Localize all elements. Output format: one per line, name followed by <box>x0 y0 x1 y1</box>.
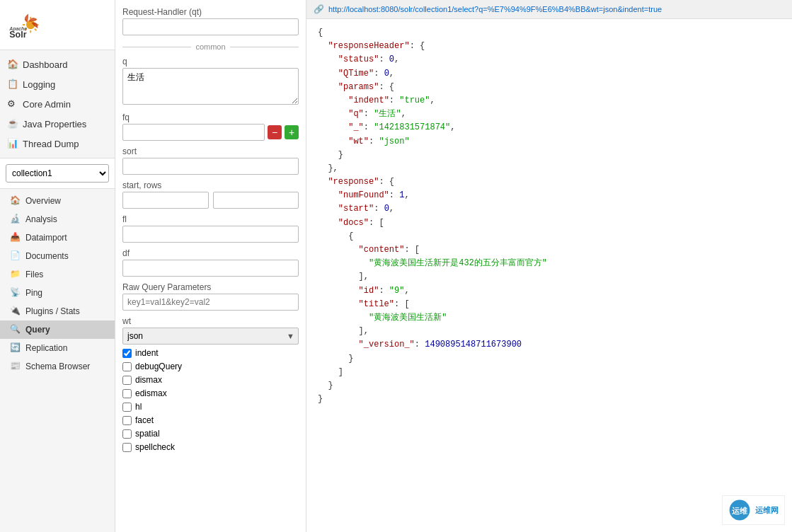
ping-icon: 📡 <box>10 287 21 299</box>
sidebar-item-analysis[interactable]: 🔬 Analysis <box>0 210 115 229</box>
collection-nav: 🏠 Overview 🔬 Analysis 📥 Dataimport 📄 Doc… <box>0 189 115 378</box>
response-area[interactable]: { "responseHeader": { "status": 0, "QTim… <box>306 19 792 532</box>
sidebar-item-files[interactable]: 📁 Files <box>0 265 115 284</box>
plugins-icon: 🔌 <box>10 306 21 317</box>
indent-checkbox[interactable] <box>122 349 132 358</box>
debug-query-checkbox[interactable] <box>122 362 132 371</box>
sidebar-item-overview[interactable]: 🏠 Overview <box>0 192 115 210</box>
wt-label: wt <box>122 316 299 326</box>
raw-query-input[interactable] <box>122 294 299 311</box>
sidebar-item-core-admin[interactable]: ⚙ Core Admin <box>0 94 115 114</box>
df-input[interactable] <box>122 260 299 277</box>
indent-label: indent <box>135 348 159 358</box>
java-icon: ☕ <box>7 118 18 129</box>
dismax-row: dismax <box>122 375 299 385</box>
q-label: q <box>122 57 299 66</box>
analysis-icon: 🔬 <box>10 214 21 225</box>
dismax-checkbox[interactable] <box>122 376 132 385</box>
debug-query-label: debugQuery <box>135 362 182 371</box>
sidebar-item-documents[interactable]: 📄 Documents <box>0 247 115 265</box>
top-nav: 🏠 Dashboard 📋 Logging ⚙ Core Admin ☕ Jav… <box>0 50 115 158</box>
url-bar: 🔗 http://localhost:8080/solr/collection1… <box>306 0 792 19</box>
fl-input[interactable] <box>122 226 299 243</box>
sort-label: sort <box>122 146 299 156</box>
start-input[interactable]: 0 <box>122 192 209 209</box>
spellcheck-row: spellcheck <box>122 442 299 452</box>
collection-select[interactable]: collection1 <box>6 164 109 183</box>
df-label: df <box>122 248 299 258</box>
sidebar-item-dashboard[interactable]: 🏠 Dashboard <box>0 54 115 74</box>
spatial-row: spatial <box>122 429 299 439</box>
request-handler-label: Request-Handler (qt) <box>122 7 299 17</box>
watermark: 运维 运维网 <box>722 495 785 525</box>
hl-label: hl <box>135 402 142 412</box>
collection-selector-wrap: collection1 <box>0 158 115 189</box>
hl-row: hl <box>122 402 299 412</box>
request-handler-input[interactable]: /select <box>122 18 299 35</box>
thread-dump-icon: 📊 <box>7 138 18 149</box>
fq-remove-button[interactable]: − <box>268 125 282 139</box>
documents-icon: 📄 <box>10 250 21 262</box>
wt-select[interactable]: json xml python ruby php csv <box>122 328 299 345</box>
dashboard-icon: 🏠 <box>7 59 18 70</box>
url-icon: 🔗 <box>314 4 324 14</box>
response-url: http://localhost:8080/solr/collection1/s… <box>328 5 662 13</box>
sidebar-item-dataimport[interactable]: 📥 Dataimport <box>0 229 115 247</box>
dataimport-icon: 📥 <box>10 232 21 243</box>
sidebar: Apache Solr 🏠 Dashboard 📋 Logging ⚙ Core… <box>0 0 115 532</box>
svg-line-6 <box>35 29 37 31</box>
response-panel: 🔗 http://localhost:8080/solr/collection1… <box>306 0 792 532</box>
facet-label: facet <box>135 415 154 425</box>
sidebar-item-thread-dump[interactable]: 📊 Thread Dump <box>0 134 115 154</box>
svg-text:Solr: Solr <box>9 30 26 40</box>
fq-add-button[interactable]: + <box>285 125 299 139</box>
watermark-box: 运维 运维网 <box>722 495 785 525</box>
core-admin-icon: ⚙ <box>7 98 18 110</box>
rows-input[interactable]: 10 <box>213 192 299 209</box>
sidebar-item-java-properties[interactable]: ☕ Java Properties <box>0 114 115 134</box>
common-divider: common <box>122 42 299 51</box>
query-form-panel: Request-Handler (qt) /select common q 生活… <box>115 0 306 532</box>
edismax-checkbox[interactable] <box>122 389 132 398</box>
start-rows-row: 0 10 <box>122 192 299 209</box>
sidebar-item-ping[interactable]: 📡 Ping <box>0 284 115 302</box>
facet-row: facet <box>122 415 299 425</box>
spellcheck-label: spellcheck <box>135 442 175 452</box>
watermark-logo: 运维 <box>728 499 751 521</box>
sidebar-item-query[interactable]: 🔍 Query <box>0 320 115 339</box>
query-icon: 🔍 <box>10 324 21 335</box>
edismax-row: edismax <box>122 388 299 398</box>
facet-checkbox[interactable] <box>122 416 132 425</box>
sidebar-item-plugins-stats[interactable]: 🔌 Plugins / Stats <box>0 302 115 320</box>
indent-row: indent <box>122 348 299 358</box>
replication-icon: 🔄 <box>10 342 21 354</box>
dismax-label: dismax <box>135 375 162 385</box>
sidebar-item-replication[interactable]: 🔄 Replication <box>0 339 115 357</box>
start-rows-label: start, rows <box>122 180 299 190</box>
edismax-label: edismax <box>135 388 167 398</box>
schema-icon: 📰 <box>10 361 21 372</box>
sidebar-item-schema-browser[interactable]: 📰 Schema Browser <box>0 357 115 376</box>
app-logo: Apache Solr <box>0 0 115 50</box>
fq-label: fq <box>122 112 299 122</box>
raw-query-label: Raw Query Parameters <box>122 282 299 292</box>
solr-logo-svg: Apache Solr <box>8 7 44 42</box>
hl-checkbox[interactable] <box>122 403 132 412</box>
logging-icon: 📋 <box>7 79 18 90</box>
spellcheck-checkbox[interactable] <box>122 443 132 452</box>
fq-input[interactable] <box>122 124 265 141</box>
watermark-text: 运维网 <box>755 505 779 516</box>
sidebar-item-logging[interactable]: 📋 Logging <box>0 74 115 94</box>
overview-icon: 🏠 <box>10 195 21 207</box>
svg-text:运维: 运维 <box>732 507 748 515</box>
q-input[interactable]: 生活 <box>122 68 299 105</box>
fl-label: fl <box>122 214 299 224</box>
sort-input[interactable] <box>122 158 299 175</box>
wt-select-wrap: json xml python ruby php csv ▼ <box>122 328 299 345</box>
files-icon: 📁 <box>10 269 21 280</box>
fq-row: − + <box>122 124 299 141</box>
spatial-label: spatial <box>135 429 160 439</box>
debug-query-row: debugQuery <box>122 362 299 371</box>
spatial-checkbox[interactable] <box>122 429 132 439</box>
